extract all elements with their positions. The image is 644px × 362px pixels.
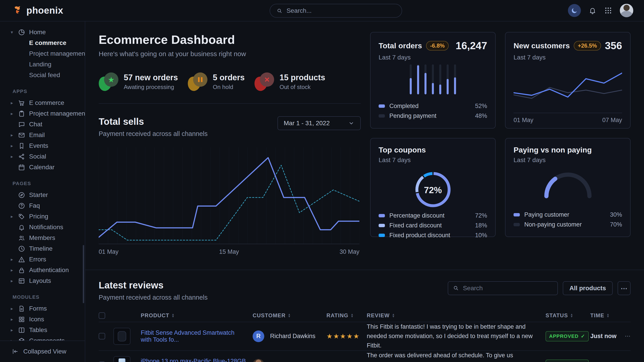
nav-section-label: PAGES (0, 181, 85, 186)
sidebar-item-calendar[interactable]: Calendar (0, 162, 85, 173)
column-header-time[interactable]: TIME▲▼ (590, 312, 622, 319)
sidebar-subitem-landing[interactable]: Landing (0, 59, 85, 70)
notifications-button[interactable] (588, 6, 596, 14)
all-products-button[interactable]: All products (563, 281, 613, 295)
stat-15-products: ✕15 productsOut of stock (254, 72, 325, 91)
nav-section-label: MODULES (0, 294, 85, 300)
column-header-status[interactable]: STATUS▲▼ (546, 312, 590, 319)
check-icon: ✓ (581, 333, 585, 339)
page-title: Ecommerce Dashboard (99, 33, 361, 46)
sidebar-item-faq[interactable]: Faq (0, 200, 85, 211)
more-options-button[interactable]: ⋯ (618, 281, 630, 295)
card-title: Paying vs non paying (514, 146, 592, 154)
global-search-input[interactable] (286, 7, 396, 14)
sidebar-item-label: Tables (29, 327, 47, 334)
legend-row: Completed52% (378, 101, 487, 111)
sidebar-item-email[interactable]: ▸Email (0, 130, 85, 140)
bar-track (424, 64, 426, 94)
legend-value: 52% (475, 103, 487, 110)
sidebar-scrollbar[interactable] (83, 245, 84, 303)
bell-icon (588, 6, 596, 14)
compass-icon (18, 191, 29, 199)
sidebar-item-authentication[interactable]: ▸Authentication (0, 265, 85, 276)
legend-swatch (378, 104, 385, 108)
caret-collapsed-icon: ▸ (11, 100, 18, 105)
legend-label: Percentage discount (389, 212, 444, 219)
sidebar-item-tables[interactable]: ▸Tables (0, 325, 85, 335)
brand[interactable]: phoenix (12, 5, 63, 16)
reviews-search-input[interactable] (448, 281, 558, 295)
customer-avatar: R (253, 331, 264, 342)
date-range-value: Mar 1 - 31, 2022 (284, 120, 330, 127)
sidebar-item-events[interactable]: ▸Events (0, 140, 85, 151)
collapse-view-button[interactable]: Collapsed View (0, 341, 85, 362)
sidebar-item-social[interactable]: ▸Social (0, 151, 85, 162)
legend-swatch (378, 224, 385, 227)
sidebar-item-forms[interactable]: ▸Forms (0, 303, 85, 314)
user-avatar[interactable] (620, 4, 633, 17)
bar-track (432, 64, 434, 94)
reviews-search[interactable] (448, 281, 558, 295)
sidebar-item-chat[interactable]: Chat (0, 119, 85, 130)
legend-swatch (378, 114, 385, 118)
stat-value: 5 orders (213, 73, 244, 82)
collapse-left-icon (12, 348, 19, 355)
sidebar-item-components[interactable]: ▸Components (0, 335, 85, 341)
sidebar-subitem-social-feed[interactable]: Social feed (0, 70, 85, 80)
bar-fill (447, 79, 449, 95)
bar-fill (424, 73, 426, 94)
sidebar-item-layouts[interactable]: ▸Layouts (0, 276, 85, 286)
sidebar-item-icons[interactable]: ▸Icons (0, 314, 85, 325)
column-header-review[interactable]: REVIEW▲▼ (367, 312, 546, 319)
column-header-product[interactable]: PRODUCT▲▼ (141, 312, 253, 319)
theme-toggle-button[interactable] (568, 4, 581, 17)
cart-icon (18, 99, 29, 107)
total-orders-card: Total orders -6.8% 16,247 Last 7 days Co… (370, 32, 496, 129)
card-title: New customers (514, 41, 570, 50)
sidebar-item-label: Errors (29, 256, 46, 263)
sidebar-item-pricing[interactable]: ▸Pricing (0, 211, 85, 222)
phoenix-logo-icon (12, 5, 23, 16)
bar-fill (432, 83, 434, 94)
stat-5-orders: 5 ordersOn hold (188, 72, 244, 91)
table-row: Fitbit Sense Advanced Smartwatch with To… (99, 322, 630, 350)
customer-name: Richard Dawkins (270, 333, 326, 340)
cross-badge-icon: ✕ (254, 72, 274, 91)
navbar-actions (568, 4, 633, 17)
stats-divider (99, 103, 361, 104)
sidebar-item-label: Members (29, 234, 55, 242)
x-tick: 01 May (99, 248, 118, 255)
sidebar-item-e-commerce[interactable]: ▸E commerce (0, 97, 85, 108)
sidebar-item-starter[interactable]: Starter (0, 190, 85, 200)
column-header-customer[interactable]: CUSTOMER▲▼ (253, 312, 326, 319)
date-range-select[interactable]: Mar 1 - 31, 2022 (278, 116, 361, 130)
sidebar-subitem-e-commerce[interactable]: E commerce (0, 37, 85, 48)
sidebar-subitem-project-management[interactable]: Project management (0, 48, 85, 59)
top-coupons-card: Top coupons Last 7 days 72% Percentage d… (370, 138, 496, 237)
donut-center-label: 72% (413, 169, 453, 211)
bar-track (417, 64, 419, 94)
sidebar-item-label: E commerce (29, 99, 64, 106)
apps-menu-button[interactable] (604, 6, 612, 14)
sidebar-item-home[interactable]: ▾Home (0, 27, 85, 37)
chat-icon (18, 121, 29, 128)
global-search[interactable] (270, 4, 402, 18)
sidebar-item-timeline[interactable]: Timeline (0, 243, 85, 254)
top-navbar: phoenix (0, 0, 644, 21)
clock-icon (18, 245, 29, 252)
sidebar-item-label: Forms (29, 305, 47, 312)
product-link[interactable]: iPhone 13 pro max-Pacific Blue-128GB sto… (141, 358, 253, 362)
row-checkbox[interactable] (99, 333, 105, 340)
column-header-rating[interactable]: RATING▲▼ (326, 312, 367, 319)
select-all-checkbox[interactable] (99, 312, 105, 319)
product-link[interactable]: Fitbit Sense Advanced Smartwatch with To… (141, 329, 253, 343)
reviews-table: PRODUCT▲▼ CUSTOMER▲▼ RATING▲▼ REVIEW▲▼ S… (99, 309, 630, 362)
row-actions-button[interactable]: ⋯ (622, 333, 630, 340)
cube-icon (18, 337, 29, 341)
sidebar-item-errors[interactable]: ▸Errors (0, 254, 85, 265)
sidebar-item-label: Starter (29, 191, 48, 199)
sidebar-item-notifications[interactable]: Notifications (0, 222, 85, 233)
sidebar-item-members[interactable]: Members (0, 233, 85, 243)
sidebar-item-project-management[interactable]: ▸Project management (0, 108, 85, 119)
top-coupons-legend: Percentage discount72%Fixed card discoun… (378, 211, 487, 240)
